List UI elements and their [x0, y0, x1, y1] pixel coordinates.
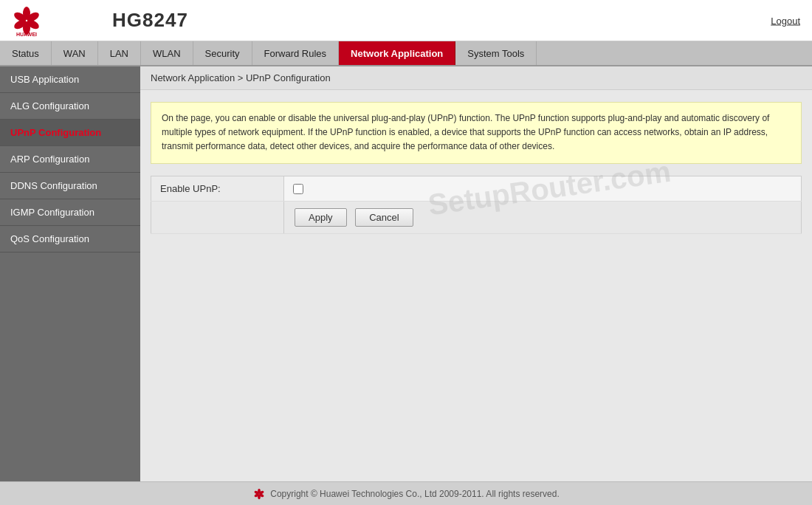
content-wrapper: On the page, you can enable or disable t…	[140, 90, 812, 246]
sidebar-item-ddns-configuration[interactable]: DDNS Configuration	[0, 173, 140, 199]
sidebar-item-qos-configuration[interactable]: QoS Configuration	[0, 226, 140, 252]
header: HUAWEI HG8247 Logout	[0, 0, 812, 41]
nav-item-status[interactable]: Status	[0, 41, 52, 65]
nav-item-system-tools[interactable]: System Tools	[455, 41, 537, 65]
sidebar-item-arp-configuration[interactable]: ARP Configuration	[0, 146, 140, 173]
enable-upnp-label: Enable UPnP:	[151, 176, 284, 202]
buttons-row: Apply Cancel	[151, 202, 802, 234]
sidebar-item-upnp-configuration[interactable]: UPnP Configuration	[0, 120, 140, 146]
nav-item-security[interactable]: Security	[193, 41, 252, 65]
buttons-cell: Apply Cancel	[284, 202, 802, 234]
info-box: On the page, you can enable or disable t…	[151, 102, 802, 164]
apply-button[interactable]: Apply	[295, 208, 347, 227]
device-title: HG8247	[112, 9, 188, 32]
body-layout: USB Application ALG Configuration UPnP C…	[0, 66, 812, 481]
cancel-button[interactable]: Cancel	[355, 208, 413, 227]
nav-item-wlan[interactable]: WLAN	[141, 41, 193, 65]
footer-text: Copyright © Huawei Technologies Co., Ltd…	[270, 489, 560, 499]
top-nav: Status WAN LAN WLAN Security Forward Rul…	[0, 41, 812, 66]
svg-text:HUAWEI: HUAWEI	[16, 32, 37, 37]
upnp-form-table: Enable UPnP: Apply Cancel	[151, 176, 802, 235]
footer: Copyright © Huawei Technologies Co., Ltd…	[0, 481, 812, 505]
sidebar-item-igmp-configuration[interactable]: IGMP Configuration	[0, 199, 140, 226]
enable-upnp-row: Enable UPnP:	[151, 176, 802, 202]
nav-item-network-application[interactable]: Network Application	[339, 41, 455, 65]
breadcrumb: Network Application > UPnP Configuration	[140, 66, 812, 90]
nav-item-forward-rules[interactable]: Forward Rules	[252, 41, 340, 65]
logout-button[interactable]: Logout	[771, 15, 800, 26]
sidebar: USB Application ALG Configuration UPnP C…	[0, 66, 140, 481]
enable-upnp-value-cell	[284, 176, 802, 202]
content-area: On the page, you can enable or disable t…	[140, 90, 812, 246]
nav-item-wan[interactable]: WAN	[52, 41, 98, 65]
main-content: Network Application > UPnP Configuration…	[140, 66, 812, 481]
logo-area: HUAWEI	[9, 4, 112, 37]
sidebar-item-alg-configuration[interactable]: ALG Configuration	[0, 93, 140, 120]
enable-upnp-checkbox[interactable]	[293, 184, 303, 194]
nav-item-lan[interactable]: LAN	[98, 41, 141, 65]
footer-logo-icon	[252, 487, 266, 501]
sidebar-item-usb-application[interactable]: USB Application	[0, 66, 140, 93]
buttons-label-cell	[151, 202, 284, 234]
huawei-logo: HUAWEI	[9, 4, 44, 37]
